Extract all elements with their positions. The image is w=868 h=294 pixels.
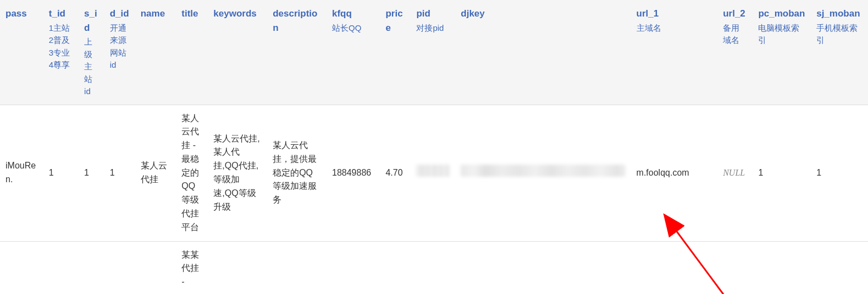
header-label: title (181, 8, 198, 19)
cell-url-2[interactable]: NULL (717, 105, 753, 241)
col-name[interactable]: name (135, 0, 176, 105)
header-sub: 开通来源网站id (110, 22, 130, 72)
table-row[interactable]: iMouRen. 1 1 1 某人云代挂 某人云代挂 - 最稳定的QQ等级代挂平… (0, 105, 868, 241)
header-label: d_id (110, 8, 129, 19)
cell-pid[interactable] (411, 105, 455, 241)
redacted-value (461, 165, 625, 177)
col-s-id[interactable]: s_id上级主站id (79, 0, 104, 105)
cell-s-id[interactable] (79, 241, 104, 294)
header-label: name (141, 8, 165, 19)
col-djkey[interactable]: djkey (455, 0, 631, 105)
col-price[interactable]: price (380, 0, 411, 105)
redacted-value (416, 165, 450, 177)
header-label: s_id (84, 8, 97, 33)
cell-keywords[interactable] (208, 241, 267, 294)
col-keywords[interactable]: keywords (208, 0, 267, 105)
header-sub: 站长QQ (332, 22, 374, 35)
cell-d-id[interactable] (104, 241, 135, 294)
col-title[interactable]: title (176, 0, 208, 105)
header-sub: 对接pid (416, 22, 450, 35)
header-label: t_id (49, 8, 65, 19)
header-label: url_1 (637, 8, 659, 19)
header-sub: 电脑模板索引 (758, 22, 805, 47)
cell-djkey[interactable] (455, 105, 631, 241)
col-url-2[interactable]: url_2备用域名 (717, 0, 753, 105)
col-sj-moban[interactable]: sj_moban手机模板索引 (811, 0, 868, 105)
header-sub: 备用域名 (723, 22, 747, 47)
data-table-container: pass t_id1主站2普及3专业4尊享 s_id上级主站id d_id开通来… (0, 0, 868, 294)
cell-title[interactable]: 某人云代挂 - 最稳定的QQ等级代挂平台 (176, 105, 208, 241)
cell-pc-moban[interactable]: 1 (753, 105, 811, 241)
cell-t-id[interactable] (43, 241, 79, 294)
header-label: djkey (461, 8, 484, 19)
header-row: pass t_id1主站2普及3专业4尊享 s_id上级主站id d_id开通来… (0, 0, 868, 105)
header-sub: 上级主站id (84, 36, 99, 98)
cell-t-id[interactable]: 1 (43, 105, 79, 241)
col-pass[interactable]: pass (0, 0, 43, 105)
null-value: NULL (723, 168, 745, 177)
cell-url-2[interactable] (717, 241, 753, 294)
header-sub: 主域名 (637, 22, 712, 35)
cell-sj-moban[interactable]: 1 (811, 105, 868, 241)
col-description[interactable]: description (267, 0, 327, 105)
cell-description[interactable]: 某人云代挂，提供最稳定的QQ等级加速服务 (267, 105, 327, 241)
header-label: pass (5, 8, 27, 19)
cell-name[interactable] (135, 241, 176, 294)
cell-description[interactable] (267, 241, 327, 294)
cell-price[interactable]: 4.70 (380, 105, 411, 241)
col-pid[interactable]: pid对接pid (411, 0, 455, 105)
cell-keywords[interactable]: 某人云代挂,某人代挂,QQ代挂,等级加速,QQ等级升级 (208, 105, 267, 241)
col-pc-moban[interactable]: pc_moban电脑模板索引 (753, 0, 811, 105)
header-label: sj_moban (816, 8, 860, 19)
cell-url-1[interactable]: m.foolqq.com (631, 105, 718, 241)
col-url-1[interactable]: url_1主域名 (631, 0, 718, 105)
header-label: kfqq (332, 8, 352, 19)
table-body: iMouRen. 1 1 1 某人云代挂 某人云代挂 - 最稳定的QQ等级代挂平… (0, 105, 868, 294)
cell-name[interactable]: 某人云代挂 (135, 105, 176, 241)
header-label: url_2 (723, 8, 745, 19)
cell-pass[interactable]: iMouRen. (0, 105, 43, 241)
data-table: pass t_id1主站2普及3专业4尊享 s_id上级主站id d_id开通来… (0, 0, 868, 294)
cell-pid[interactable] (411, 241, 455, 294)
table-header: pass t_id1主站2普及3专业4尊享 s_id上级主站id d_id开通来… (0, 0, 868, 105)
header-label: pid (416, 8, 430, 19)
cell-djkey[interactable] (455, 241, 631, 294)
col-t-id[interactable]: t_id1主站2普及3专业4尊享 (43, 0, 79, 105)
cell-sj-moban[interactable] (811, 241, 868, 294)
cell-pc-moban[interactable] (753, 241, 811, 294)
cell-kfqq[interactable]: 18849886 (327, 105, 380, 241)
header-label: pc_moban (758, 8, 805, 19)
cell-price[interactable] (380, 241, 411, 294)
cell-url-1[interactable] (631, 241, 718, 294)
header-sub: 手机模板索引 (816, 22, 863, 47)
cell-d-id[interactable]: 1 (104, 105, 135, 241)
col-d-id[interactable]: d_id开通来源网站id (104, 0, 135, 105)
cell-kfqq[interactable] (327, 241, 380, 294)
header-label: keywords (213, 8, 256, 19)
cell-s-id[interactable]: 1 (79, 105, 104, 241)
header-label: description (273, 8, 317, 33)
table-row[interactable]: 某某代挂 - (0, 241, 868, 294)
cell-title[interactable]: 某某代挂 - (176, 241, 208, 294)
cell-pass[interactable] (0, 241, 43, 294)
header-sub: 1主站2普及3专业4尊享 (49, 22, 73, 72)
header-label: price (385, 8, 402, 33)
col-kfqq[interactable]: kfqq站长QQ (327, 0, 380, 105)
